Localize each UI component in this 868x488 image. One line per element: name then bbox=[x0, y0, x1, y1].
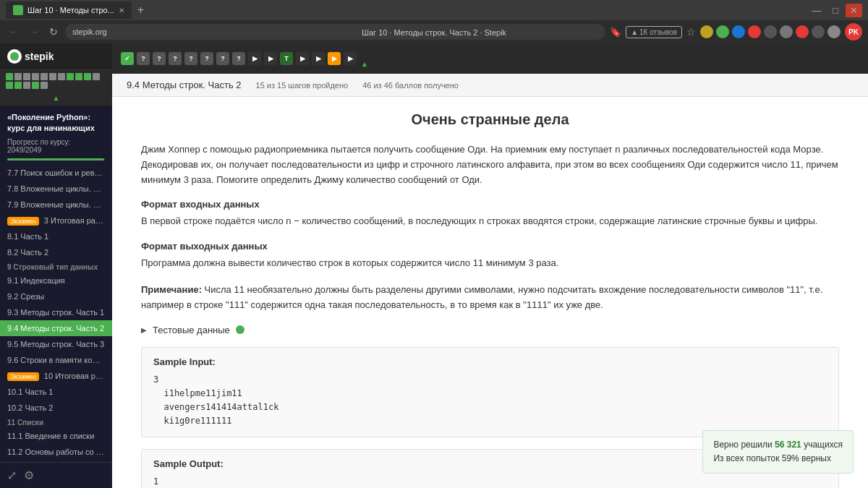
sidebar-item-8-2[interactable]: 8.2 Часть 2 bbox=[0, 244, 112, 260]
stats-line2: Из всех попыток 59% верных bbox=[713, 452, 843, 466]
pb7 bbox=[58, 73, 65, 80]
course-progress-bar bbox=[7, 158, 105, 160]
step-5[interactable]: ? bbox=[184, 52, 197, 65]
sidebar-item-9-2[interactable]: 9.2 Срезы bbox=[0, 288, 112, 304]
forward-button[interactable]: → bbox=[26, 25, 42, 39]
sidebar-item-exam3[interactable]: Экзамен 3 Итоговая работа... bbox=[0, 213, 112, 228]
step-13[interactable]: ▶ bbox=[312, 52, 325, 65]
course-title-area: «Поколение Python»: курс для начинающих bbox=[0, 106, 112, 137]
sidebar-item-10-1[interactable]: 10.1 Часть 1 bbox=[0, 384, 112, 400]
pb12 bbox=[6, 82, 13, 89]
sidebar-item-8-1[interactable]: 8.1 Часть 1 bbox=[0, 228, 112, 244]
note-content: Числа 11 необязательно должны быть разде… bbox=[141, 284, 822, 310]
sidebar-item-7-8[interactable]: 7.8 Вложенные циклы. Ча... bbox=[0, 181, 112, 197]
expand-icon[interactable]: ⤢ bbox=[7, 468, 17, 482]
step-8[interactable]: ? bbox=[232, 52, 245, 65]
problem-description: Джим Хоппер с помощью радиоприемника пыт… bbox=[141, 142, 839, 187]
green-dot-indicator bbox=[236, 325, 244, 334]
sidebar-item-9-1[interactable]: 9.1 Индексация bbox=[0, 273, 112, 288]
tab-bar: Шаг 10 · Методы стро... ✕ + — □ ✕ bbox=[0, 0, 868, 20]
address-text: stepik.org bbox=[72, 27, 107, 36]
stepik-logo[interactable]: stepik bbox=[7, 49, 54, 64]
sidebar-section-9: 9 Строковый тип данных bbox=[0, 260, 112, 273]
nav-bar: ← → ↻ stepik.org Шаг 10 · Методы строк. … bbox=[0, 20, 868, 43]
course-progress: Прогресс по курсу: 2049/2049 bbox=[0, 137, 112, 158]
pb15 bbox=[32, 82, 39, 89]
refresh-button[interactable]: ↻ bbox=[46, 25, 61, 39]
step-11[interactable]: T bbox=[280, 52, 293, 65]
circle-gray4 bbox=[827, 25, 841, 38]
circle-yellow bbox=[700, 25, 713, 38]
step-12[interactable]: ▶ bbox=[296, 52, 309, 65]
step-indicators-bar: ✓ ? ? ? ? ? ? ? ▶ ▶ T ▶ ▶ ▶ ▶ ▲ bbox=[112, 43, 868, 74]
sidebar-item-9-6[interactable]: 9.6 Строки в памяти компь... bbox=[0, 352, 112, 368]
pb10 bbox=[84, 73, 91, 80]
sidebar-item-9-4[interactable]: 9.4 Методы строк. Часть 2 bbox=[0, 320, 112, 336]
test-data-row[interactable]: ▶ Тестовые данные bbox=[141, 325, 839, 335]
sidebar-section-11: 11 Списки bbox=[0, 416, 112, 428]
new-tab-button[interactable]: + bbox=[135, 4, 147, 17]
tab-close-button[interactable]: ✕ bbox=[119, 7, 124, 14]
format-input-header: Формат входных данных bbox=[141, 199, 839, 210]
step-15[interactable]: ▶ bbox=[344, 52, 357, 65]
back-button[interactable]: ← bbox=[6, 25, 22, 39]
settings-icon[interactable]: ⚙ bbox=[24, 468, 34, 482]
pb11 bbox=[93, 73, 100, 80]
pb9 bbox=[75, 73, 82, 80]
browser-chrome: Шаг 10 · Методы стро... ✕ + — □ ✕ ← → ↻ … bbox=[0, 0, 868, 43]
sidebar-item-7-9[interactable]: 7.9 Вложенные циклы. Ча... bbox=[0, 197, 112, 213]
sidebar-item-7-7[interactable]: 7.7 Поиск ошибок и ревью... bbox=[0, 165, 112, 181]
circle-blue bbox=[732, 25, 745, 38]
pb8 bbox=[67, 73, 74, 80]
circle-red bbox=[748, 25, 761, 38]
arrow-down: ▲ bbox=[6, 92, 106, 103]
sidebar: stepik bbox=[0, 43, 112, 488]
step-7[interactable]: ? bbox=[216, 52, 229, 65]
svg-point-0 bbox=[10, 52, 19, 61]
window-minimize[interactable]: — bbox=[807, 4, 825, 17]
step-10[interactable]: ▶ bbox=[264, 52, 277, 65]
window-maximize[interactable]: □ bbox=[828, 4, 843, 17]
step-6[interactable]: ? bbox=[200, 52, 213, 65]
pb2 bbox=[14, 73, 22, 80]
stats-box: Верно решили 56 321 учащихся Из всех поп… bbox=[702, 430, 854, 474]
nav-circles bbox=[700, 25, 841, 38]
lesson-header: 9.4 Методы строк. Часть 2 15 из 15 шагов… bbox=[112, 74, 868, 97]
step-4[interactable]: ? bbox=[169, 52, 182, 65]
step-3[interactable]: ? bbox=[153, 52, 166, 65]
review-button[interactable]: ▲ 1К отзывов bbox=[626, 26, 682, 38]
nav-right-controls: 🔖 ▲ 1К отзывов ☆ PK bbox=[610, 23, 862, 40]
step-1[interactable]: ✓ bbox=[121, 52, 134, 65]
lesson-steps: 15 из 15 шагов пройдено bbox=[256, 81, 349, 90]
step-9[interactable]: ▶ bbox=[248, 52, 261, 65]
sidebar-item-9-5[interactable]: 9.5 Методы строк. Часть 3 bbox=[0, 336, 112, 352]
window-close[interactable]: ✕ bbox=[846, 4, 862, 17]
pb4 bbox=[32, 73, 39, 80]
exam-badge-10: Экзамен bbox=[7, 372, 39, 381]
sample-output-code: 1 bbox=[153, 475, 827, 488]
sidebar-item-10-2[interactable]: 10.2 Часть 2 bbox=[0, 400, 112, 416]
user-avatar[interactable]: PK bbox=[845, 23, 862, 40]
sidebar-item-exam10[interactable]: Экзамен 10 Итоговая работ... bbox=[0, 368, 112, 384]
pb5 bbox=[41, 73, 48, 80]
sidebar-item-9-3[interactable]: 9.3 Методы строк. Часть 1 bbox=[0, 304, 112, 320]
bookmark-icon[interactable]: 🔖 bbox=[610, 27, 621, 38]
sidebar-item-11-2[interactable]: 11.2 Основы работы со сп... bbox=[0, 444, 112, 460]
stats-suffix: учащихся bbox=[801, 440, 843, 450]
circle-gray3 bbox=[812, 25, 825, 38]
problem-title: Очень странные дела bbox=[141, 111, 839, 128]
bookmark-star-icon[interactable]: ☆ bbox=[686, 26, 696, 38]
sidebar-item-11-1[interactable]: 11.1 Введение в списки bbox=[0, 428, 112, 444]
note-text: Примечание: Числа 11 необязательно должн… bbox=[141, 283, 839, 313]
pb16 bbox=[41, 82, 48, 89]
pb6 bbox=[49, 73, 56, 80]
sample-input-label: Sample Input: bbox=[153, 356, 827, 367]
address-bar[interactable]: stepik.org bbox=[65, 24, 605, 40]
course-title-text: «Поколение Python»: курс для начинающих bbox=[7, 113, 95, 132]
step-14[interactable]: ▶ bbox=[328, 52, 341, 65]
pb3 bbox=[23, 73, 30, 80]
circle-gray1 bbox=[764, 25, 777, 38]
active-tab[interactable]: Шаг 10 · Методы стро... ✕ bbox=[6, 1, 132, 19]
step-2[interactable]: ? bbox=[137, 52, 150, 65]
format-output-text: Программа должна вывести количество стро… bbox=[141, 256, 839, 271]
